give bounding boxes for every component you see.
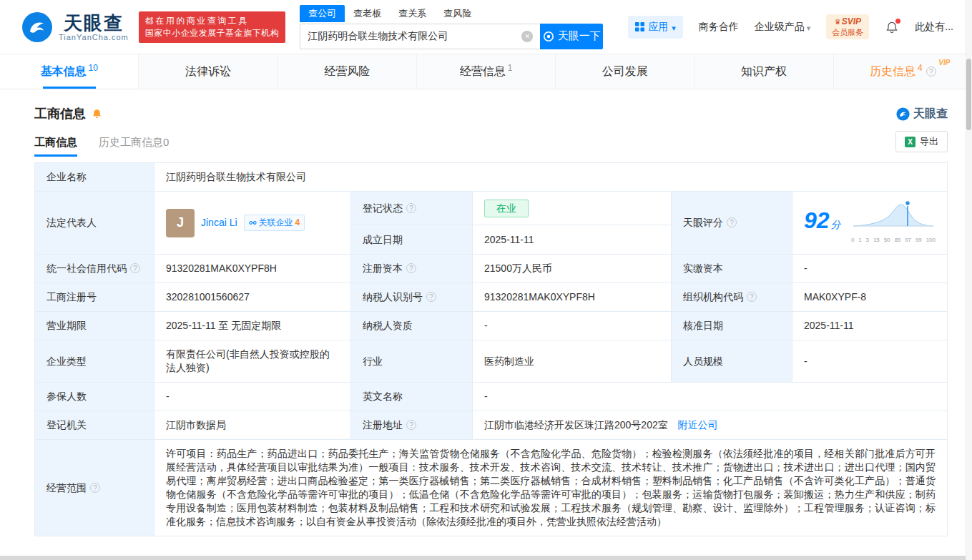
search-input[interactable] (300, 24, 540, 49)
nav-tab-legal[interactable]: 法律诉讼 (138, 54, 277, 89)
help-icon[interactable] (926, 67, 936, 77)
page: 天眼查 TianYanCha.com 都在用的商业查询工具 国家中小企业发展子基… (0, 0, 972, 560)
search-tabs: 查公司 查老板 查关系 查风险 (300, 5, 603, 22)
related-label: 关联企业 (259, 216, 293, 230)
value-business-scope: 许可项目：药品生产；药品进出口；药品委托生产；海关监管货物仓储服务（不含危险化学… (154, 440, 948, 536)
tianyancha-logo-icon (21, 11, 53, 43)
site-logo[interactable]: 天眼查 TianYanCha.com (21, 11, 129, 43)
menu-more[interactable]: 此处有... (915, 21, 953, 34)
menu-enterprise[interactable]: 企业级产品 (755, 21, 811, 34)
search-button[interactable]: 天眼一下 (540, 24, 603, 49)
apps-menu-label: 应用 (648, 21, 668, 34)
logo-text: 天眼查 (64, 13, 124, 33)
help-icon[interactable] (727, 217, 737, 227)
nav-tab-label: 基本信息 (40, 64, 86, 79)
nearby-companies-link[interactable]: 附近公司 (678, 419, 718, 431)
label-reg-status: 登记状态 (351, 192, 473, 225)
help-icon[interactable] (90, 483, 100, 493)
nav-tab-ip[interactable]: 知识产权 (694, 54, 833, 89)
table-row: 参保人数 - 英文名称 - (35, 383, 948, 411)
score-axis-ticks: 0131550859799100 (851, 233, 936, 247)
svip-title: SVIP (832, 16, 863, 27)
label-org-code: 组织机构代码 (672, 283, 792, 312)
status-badge: 在业 (484, 200, 529, 217)
label-industry: 行业 (351, 340, 473, 383)
header-menu: 应用 商务合作 企业级产品 SVIP 会员服务 此处有... (628, 14, 953, 39)
tab-business-info[interactable]: 工商信息 (34, 136, 77, 157)
value-taxpayer-quality: - (473, 312, 672, 340)
search-tab-boss[interactable]: 查老板 (345, 5, 390, 22)
value-term: 2025-11-11 至 无固定期限 (154, 312, 351, 340)
label-taxpayer-quality: 纳税人资质 (351, 312, 473, 340)
clear-icon[interactable] (521, 31, 533, 42)
avatar[interactable]: J (166, 209, 195, 237)
score-curve (851, 199, 936, 229)
nav-tab-count: 4 (918, 63, 923, 73)
nav-tab-count: 10 (88, 63, 97, 73)
watermark-text: 天眼查 (913, 107, 948, 122)
value-uscc: 91320281MAK0XYPF8H (154, 255, 351, 283)
related-count: 4 (295, 216, 300, 230)
nav-tab-operation-info[interactable]: 经营信息 1 (416, 54, 555, 89)
export-button[interactable]: 导出 (895, 131, 948, 152)
help-icon[interactable] (406, 203, 416, 213)
help-icon[interactable] (130, 263, 140, 273)
slogan-badge: 都在用的商业查询工具 国家中小企业发展子基金旗下机构 (139, 11, 286, 43)
nav-tab-development[interactable]: 公司发展 (555, 54, 694, 89)
label-approval-date: 核准日期 (672, 312, 792, 340)
tianyancha-logo-icon (896, 107, 910, 121)
bottom-edge (0, 556, 972, 560)
label-paid-capital: 实缴资本 (672, 255, 792, 283)
logo-domain: TianYanCha.com (59, 33, 129, 41)
related-companies-badge[interactable]: 关联企业 4 (244, 215, 305, 231)
help-icon[interactable] (406, 263, 416, 273)
value-established: 2025-11-11 (473, 225, 672, 255)
value-approval-date: 2025-11-11 (792, 312, 948, 340)
search-tab-risk[interactable]: 查风险 (435, 5, 480, 22)
search-tab-relation[interactable]: 查关系 (390, 5, 435, 22)
value-legal-rep: J Jincai Li 关联企业 4 (154, 192, 351, 255)
alarm-bell-icon[interactable] (91, 108, 103, 120)
legal-rep-link[interactable]: Jincai Li (201, 216, 237, 230)
vertical-scrollbar[interactable] (966, 0, 972, 560)
label-staff-size: 人员规模 (672, 340, 792, 383)
table-row: 统一社会信用代码 91320281MAK0XYPF8H 注册资本 21500万人… (35, 255, 948, 283)
menu-enterprise-label: 企业级产品 (755, 21, 805, 34)
help-icon[interactable] (406, 420, 416, 430)
slogan-line2: 国家中小企业发展子基金旗下机构 (145, 27, 280, 39)
help-icon[interactable] (747, 292, 757, 302)
value-insured: - (154, 383, 351, 411)
label-term: 营业期限 (35, 312, 154, 340)
score-value: 92分 (804, 214, 841, 232)
table-row: 法定代表人 J Jincai Li 关联企业 4 (35, 192, 948, 225)
value-taxpayer-id: 91320281MAK0XYPF8H (473, 283, 672, 312)
excel-icon (905, 137, 915, 147)
scrollbar-thumb[interactable] (966, 59, 971, 130)
value-company-name: 江阴药明合联生物技术有限公司 (154, 163, 948, 192)
nav-tab-operation-risk[interactable]: 经营风险 (278, 54, 416, 89)
value-en-name: - (473, 383, 948, 411)
vip-badge: VIP (938, 59, 950, 67)
nav-tab-label: 公司发展 (602, 64, 648, 79)
nav-tab-basic-info[interactable]: 基本信息 10 (0, 54, 138, 89)
apps-menu[interactable]: 应用 (628, 16, 683, 39)
table-row: 工商注册号 320281001560627 纳税人识别号 91320281MAK… (35, 283, 948, 312)
table-row: 登记机关 江阴市数据局 注册地址 江阴市临港经济开发区珠江路200号202室 附… (35, 411, 948, 440)
value-reg-capital: 21500万人民币 (473, 255, 672, 283)
nav-tab-count: 1 (508, 63, 513, 73)
label-en-name: 英文名称 (351, 383, 473, 411)
help-icon[interactable] (426, 292, 436, 302)
menu-cooperation[interactable]: 商务合作 (699, 21, 739, 34)
label-authority: 登记机关 (35, 411, 154, 440)
tab-history-business-info[interactable]: 历史工商信息0 (99, 136, 169, 157)
notification-bell[interactable] (885, 20, 899, 34)
nav-tab-history[interactable]: VIP 历史信息 4 (833, 54, 972, 89)
apps-grid-icon (635, 22, 644, 31)
search-tab-company[interactable]: 查公司 (300, 5, 345, 22)
nav-tab-label: 知识产权 (741, 64, 787, 79)
watermark-logo: 天眼查 (896, 107, 948, 122)
label-taxpayer-id: 纳税人识别号 (351, 283, 473, 312)
svip-badge[interactable]: SVIP 会员服务 (826, 14, 869, 39)
label-business-scope: 经营范围 (35, 440, 154, 536)
search-eye-icon (543, 31, 554, 42)
